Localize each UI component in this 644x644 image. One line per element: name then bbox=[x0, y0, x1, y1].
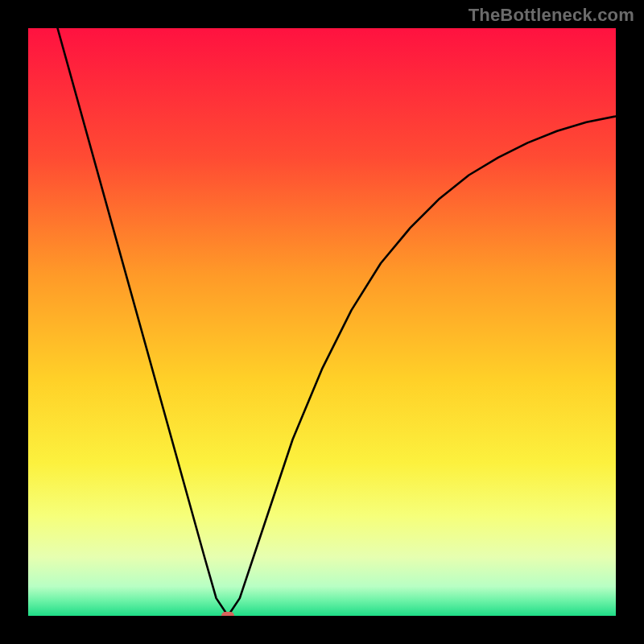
watermark-text: TheBottleneck.com bbox=[469, 5, 634, 26]
svg-rect-0 bbox=[28, 28, 616, 616]
chart-frame: TheBottleneck.com bbox=[0, 0, 644, 644]
background-gradient bbox=[28, 28, 616, 616]
plot-area bbox=[28, 28, 616, 616]
optimal-point-marker bbox=[221, 612, 234, 616]
